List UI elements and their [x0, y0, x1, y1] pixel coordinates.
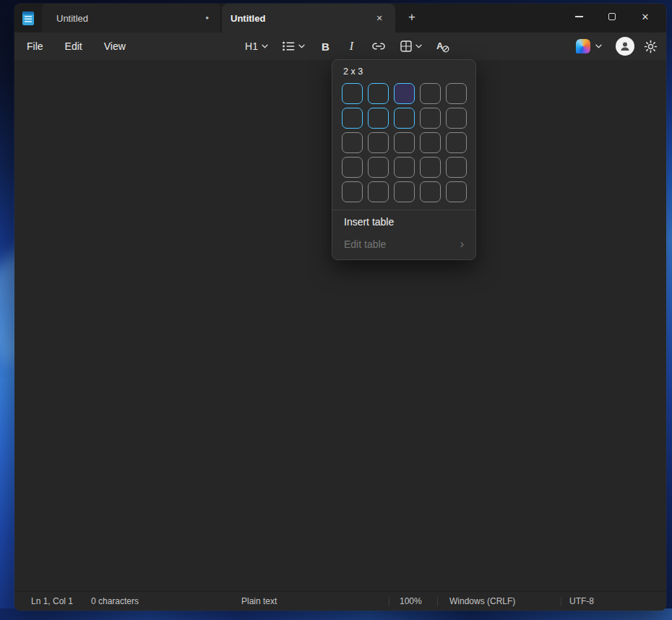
grid-cell-2x3[interactable] — [394, 108, 415, 129]
heading-style-dropdown[interactable]: H1 — [240, 36, 273, 56]
grid-cell-1x5[interactable] — [446, 83, 467, 104]
settings-button[interactable] — [644, 40, 658, 53]
grid-cell-3x3[interactable] — [394, 132, 415, 153]
table-size-label: 2 x 3 — [332, 60, 475, 80]
person-avatar-icon — [619, 40, 631, 52]
notepad-window: Untitled ● Untitled ✕ + ✕ File Edit V — [14, 4, 666, 611]
add-tab-button[interactable]: + — [401, 7, 423, 27]
edit-table-menu-item: Edit table › — [332, 233, 475, 255]
grid-cell-2x1[interactable] — [342, 108, 363, 129]
chevron-right-icon: › — [460, 238, 464, 250]
insert-table-label: Insert table — [344, 216, 394, 228]
copilot-dropdown[interactable] — [572, 36, 606, 56]
menu-file[interactable]: File — [19, 37, 51, 56]
status-divider — [389, 597, 389, 606]
tab-label: Untitled — [231, 13, 265, 24]
menu-view[interactable]: View — [96, 37, 134, 56]
close-icon: ✕ — [642, 12, 650, 22]
grid-cell-4x1[interactable] — [342, 157, 363, 178]
insert-table-dropdown[interactable] — [395, 36, 427, 56]
link-icon — [371, 41, 386, 51]
grid-cell-4x4[interactable] — [420, 157, 441, 178]
edit-table-label: Edit table — [344, 238, 386, 250]
tab-label: Untitled — [56, 13, 88, 24]
account-button[interactable] — [616, 37, 634, 56]
chevron-down-icon — [415, 44, 422, 48]
toolbar: File Edit View H1 — [14, 33, 666, 60]
account-toolbar — [572, 33, 658, 60]
grid-cell-1x3[interactable] — [394, 83, 415, 104]
tab-close-icon[interactable]: ✕ — [372, 11, 387, 25]
grid-cell-2x4[interactable] — [420, 108, 441, 129]
grid-cell-2x5[interactable] — [446, 108, 467, 129]
grid-cell-2x2[interactable] — [368, 108, 389, 129]
insert-table-menu-item[interactable]: Insert table — [332, 210, 475, 233]
minimize-icon — [575, 16, 583, 17]
italic-button[interactable]: I — [340, 36, 362, 56]
document-format[interactable]: Plain text — [241, 596, 277, 606]
menu-edit[interactable]: Edit — [57, 37, 90, 56]
formatting-toolbar: H1 B I — [240, 33, 455, 60]
tab-untitled-2-active[interactable]: Untitled ✕ — [222, 4, 395, 33]
chevron-down-icon — [595, 44, 602, 48]
add-tab-icon: + — [408, 10, 415, 25]
caption-controls: ✕ — [562, 4, 662, 33]
grid-cell-1x4[interactable] — [420, 83, 441, 104]
titlebar: Untitled ● Untitled ✕ + ✕ — [14, 4, 666, 33]
gear-icon — [644, 40, 658, 53]
grid-cell-5x1[interactable] — [342, 181, 363, 202]
grid-cell-1x1[interactable] — [342, 83, 363, 104]
table-size-grid — [342, 83, 475, 202]
status-divider — [437, 597, 438, 606]
clear-formatting-icon: A — [436, 40, 450, 53]
maximize-icon — [608, 13, 616, 20]
grid-cell-5x5[interactable] — [446, 181, 467, 202]
tab-untitled-1[interactable]: Untitled ● — [42, 4, 220, 33]
notepad-app-icon — [22, 11, 35, 26]
zoom-level[interactable]: 100% — [400, 596, 422, 606]
cursor-position[interactable]: Ln 1, Col 1 — [31, 596, 73, 606]
app-icon-box — [14, 4, 42, 33]
bulleted-list-icon — [283, 41, 295, 51]
status-bar: Ln 1, Col 1 0 characters Plain text 100%… — [14, 591, 666, 611]
list-style-dropdown[interactable] — [277, 36, 310, 56]
insert-link-button[interactable] — [366, 36, 391, 56]
bold-button[interactable]: B — [314, 36, 336, 56]
unsaved-indicator-dot: ● — [205, 15, 209, 21]
minimize-button[interactable] — [562, 4, 595, 30]
table-icon — [400, 40, 412, 52]
grid-cell-5x4[interactable] — [420, 181, 441, 202]
clear-formatting-button[interactable]: A — [431, 36, 455, 56]
grid-cell-4x3[interactable] — [394, 157, 415, 178]
grid-cell-1x2[interactable] — [368, 83, 389, 104]
line-ending[interactable]: Windows (CRLF) — [449, 596, 515, 606]
close-button[interactable]: ✕ — [629, 4, 662, 30]
table-picker-dropdown: 2 x 3 Insert table Edit table › — [332, 59, 476, 260]
character-count: 0 characters — [91, 596, 139, 606]
maximize-button[interactable] — [595, 4, 629, 30]
grid-cell-3x5[interactable] — [446, 132, 467, 153]
heading-style-label: H1 — [245, 40, 258, 52]
grid-cell-3x4[interactable] — [420, 132, 441, 153]
menu-bar: File Edit View — [19, 33, 134, 60]
copilot-icon — [576, 39, 590, 53]
grid-cell-4x5[interactable] — [446, 157, 467, 178]
grid-cell-4x2[interactable] — [368, 157, 389, 178]
grid-cell-5x2[interactable] — [368, 181, 389, 202]
chevron-down-icon — [262, 44, 268, 48]
encoding[interactable]: UTF-8 — [569, 596, 594, 606]
status-divider — [561, 597, 561, 606]
grid-cell-3x1[interactable] — [342, 132, 363, 153]
chevron-down-icon — [298, 44, 305, 48]
grid-cell-5x3[interactable] — [394, 181, 415, 202]
grid-cell-3x2[interactable] — [368, 132, 389, 153]
